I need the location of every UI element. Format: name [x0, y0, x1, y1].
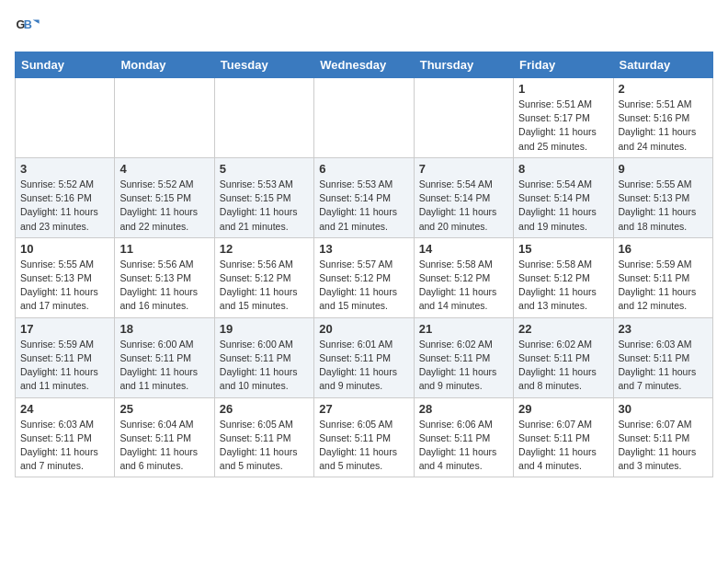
day-cell-15: 15Sunrise: 5:58 AMSunset: 5:12 PMDayligh…	[514, 237, 613, 317]
day-info: Sunrise: 5:55 AMSunset: 5:13 PMDaylight:…	[619, 178, 708, 234]
day-number: 15	[518, 242, 608, 256]
day-number: 8	[518, 162, 608, 176]
day-number: 28	[419, 402, 508, 416]
day-number: 6	[319, 162, 408, 176]
day-cell-6: 6Sunrise: 5:53 AMSunset: 5:14 PMDaylight…	[314, 157, 414, 237]
day-number: 21	[419, 322, 508, 336]
day-number: 26	[220, 402, 309, 416]
day-info: Sunrise: 6:05 AMSunset: 5:11 PMDaylight:…	[220, 418, 309, 474]
day-info: Sunrise: 6:04 AMSunset: 5:11 PMDaylight:…	[119, 418, 209, 474]
day-cell-28: 28Sunrise: 6:06 AMSunset: 5:11 PMDayligh…	[414, 397, 513, 477]
empty-cell	[115, 78, 214, 158]
day-info: Sunrise: 6:05 AMSunset: 5:11 PMDaylight:…	[319, 418, 408, 474]
day-number: 16	[619, 242, 708, 256]
day-cell-17: 17Sunrise: 5:59 AMSunset: 5:11 PMDayligh…	[16, 317, 115, 397]
day-number: 11	[119, 242, 209, 256]
day-info: Sunrise: 5:54 AMSunset: 5:14 PMDaylight:…	[419, 178, 508, 234]
day-cell-4: 4Sunrise: 5:52 AMSunset: 5:15 PMDaylight…	[115, 157, 214, 237]
day-info: Sunrise: 6:07 AMSunset: 5:11 PMDaylight:…	[619, 418, 708, 474]
logo: G B	[15, 15, 44, 40]
day-info: Sunrise: 5:56 AMSunset: 5:12 PMDaylight:…	[220, 258, 309, 314]
week-row-2: 3Sunrise: 5:52 AMSunset: 5:16 PMDaylight…	[16, 157, 713, 237]
day-number: 10	[20, 242, 109, 256]
day-info: Sunrise: 5:52 AMSunset: 5:15 PMDaylight:…	[119, 178, 209, 234]
day-number: 1	[518, 82, 608, 96]
empty-cell	[16, 78, 115, 158]
day-number: 9	[619, 162, 708, 176]
day-cell-30: 30Sunrise: 6:07 AMSunset: 5:11 PMDayligh…	[613, 397, 712, 477]
day-info: Sunrise: 6:01 AMSunset: 5:11 PMDaylight:…	[319, 338, 408, 394]
day-info: Sunrise: 5:59 AMSunset: 5:11 PMDaylight:…	[619, 258, 708, 314]
weekday-header-sunday: Sunday	[16, 52, 115, 78]
logo-icon: G B	[15, 15, 40, 40]
svg-text:B: B	[24, 18, 32, 31]
week-row-3: 10Sunrise: 5:55 AMSunset: 5:13 PMDayligh…	[16, 237, 713, 317]
weekday-header-tuesday: Tuesday	[214, 52, 313, 78]
day-info: Sunrise: 6:06 AMSunset: 5:11 PMDaylight:…	[419, 418, 508, 474]
day-cell-27: 27Sunrise: 6:05 AMSunset: 5:11 PMDayligh…	[314, 397, 414, 477]
day-number: 13	[319, 242, 408, 256]
weekday-header-saturday: Saturday	[613, 52, 712, 78]
day-cell-16: 16Sunrise: 5:59 AMSunset: 5:11 PMDayligh…	[613, 237, 712, 317]
day-cell-25: 25Sunrise: 6:04 AMSunset: 5:11 PMDayligh…	[115, 397, 214, 477]
day-cell-1: 1Sunrise: 5:51 AMSunset: 5:17 PMDaylight…	[514, 78, 613, 158]
day-number: 23	[619, 322, 708, 336]
day-number: 18	[119, 322, 209, 336]
week-row-1: 1Sunrise: 5:51 AMSunset: 5:17 PMDaylight…	[16, 78, 713, 158]
day-info: Sunrise: 5:58 AMSunset: 5:12 PMDaylight:…	[518, 258, 608, 314]
day-cell-20: 20Sunrise: 6:01 AMSunset: 5:11 PMDayligh…	[314, 317, 414, 397]
day-cell-22: 22Sunrise: 6:02 AMSunset: 5:11 PMDayligh…	[514, 317, 613, 397]
day-number: 25	[119, 402, 209, 416]
day-info: Sunrise: 6:02 AMSunset: 5:11 PMDaylight:…	[419, 338, 508, 394]
day-number: 3	[20, 162, 109, 176]
day-cell-24: 24Sunrise: 6:03 AMSunset: 5:11 PMDayligh…	[16, 397, 115, 477]
day-cell-29: 29Sunrise: 6:07 AMSunset: 5:11 PMDayligh…	[514, 397, 613, 477]
week-row-5: 24Sunrise: 6:03 AMSunset: 5:11 PMDayligh…	[16, 397, 713, 477]
day-info: Sunrise: 5:51 AMSunset: 5:17 PMDaylight:…	[518, 98, 608, 154]
weekday-header-friday: Friday	[514, 52, 613, 78]
day-info: Sunrise: 5:51 AMSunset: 5:16 PMDaylight:…	[619, 98, 708, 154]
day-info: Sunrise: 5:55 AMSunset: 5:13 PMDaylight:…	[20, 258, 109, 314]
day-cell-11: 11Sunrise: 5:56 AMSunset: 5:13 PMDayligh…	[115, 237, 214, 317]
day-number: 27	[319, 402, 408, 416]
day-info: Sunrise: 5:57 AMSunset: 5:12 PMDaylight:…	[319, 258, 408, 314]
day-number: 17	[20, 322, 109, 336]
weekday-header-thursday: Thursday	[414, 52, 513, 78]
day-number: 29	[518, 402, 608, 416]
day-cell-2: 2Sunrise: 5:51 AMSunset: 5:16 PMDaylight…	[613, 78, 712, 158]
day-cell-13: 13Sunrise: 5:57 AMSunset: 5:12 PMDayligh…	[314, 237, 414, 317]
day-info: Sunrise: 5:54 AMSunset: 5:14 PMDaylight:…	[518, 178, 608, 234]
svg-marker-2	[33, 20, 40, 24]
day-info: Sunrise: 6:03 AMSunset: 5:11 PMDaylight:…	[619, 338, 708, 394]
day-number: 22	[518, 322, 608, 336]
day-info: Sunrise: 5:56 AMSunset: 5:13 PMDaylight:…	[119, 258, 209, 314]
day-number: 7	[419, 162, 508, 176]
day-number: 2	[619, 82, 708, 96]
day-info: Sunrise: 5:53 AMSunset: 5:15 PMDaylight:…	[220, 178, 309, 234]
day-cell-14: 14Sunrise: 5:58 AMSunset: 5:12 PMDayligh…	[414, 237, 513, 317]
day-info: Sunrise: 6:00 AMSunset: 5:11 PMDaylight:…	[119, 338, 209, 394]
weekday-header-wednesday: Wednesday	[314, 52, 414, 78]
day-cell-12: 12Sunrise: 5:56 AMSunset: 5:12 PMDayligh…	[214, 237, 313, 317]
day-number: 20	[319, 322, 408, 336]
day-cell-18: 18Sunrise: 6:00 AMSunset: 5:11 PMDayligh…	[115, 317, 214, 397]
day-cell-5: 5Sunrise: 5:53 AMSunset: 5:15 PMDaylight…	[214, 157, 313, 237]
day-number: 5	[220, 162, 309, 176]
day-cell-3: 3Sunrise: 5:52 AMSunset: 5:16 PMDaylight…	[16, 157, 115, 237]
week-row-4: 17Sunrise: 5:59 AMSunset: 5:11 PMDayligh…	[16, 317, 713, 397]
day-number: 4	[119, 162, 209, 176]
day-cell-26: 26Sunrise: 6:05 AMSunset: 5:11 PMDayligh…	[214, 397, 313, 477]
day-cell-19: 19Sunrise: 6:00 AMSunset: 5:11 PMDayligh…	[214, 317, 313, 397]
day-number: 24	[20, 402, 109, 416]
day-cell-7: 7Sunrise: 5:54 AMSunset: 5:14 PMDaylight…	[414, 157, 513, 237]
day-cell-23: 23Sunrise: 6:03 AMSunset: 5:11 PMDayligh…	[613, 317, 712, 397]
day-info: Sunrise: 6:03 AMSunset: 5:11 PMDaylight:…	[20, 418, 109, 474]
day-cell-9: 9Sunrise: 5:55 AMSunset: 5:13 PMDaylight…	[613, 157, 712, 237]
day-cell-8: 8Sunrise: 5:54 AMSunset: 5:14 PMDaylight…	[514, 157, 613, 237]
calendar-table: SundayMondayTuesdayWednesdayThursdayFrid…	[15, 52, 713, 477]
empty-cell	[314, 78, 414, 158]
day-info: Sunrise: 5:52 AMSunset: 5:16 PMDaylight:…	[20, 178, 109, 234]
day-cell-21: 21Sunrise: 6:02 AMSunset: 5:11 PMDayligh…	[414, 317, 513, 397]
day-number: 30	[619, 402, 708, 416]
day-number: 12	[220, 242, 309, 256]
